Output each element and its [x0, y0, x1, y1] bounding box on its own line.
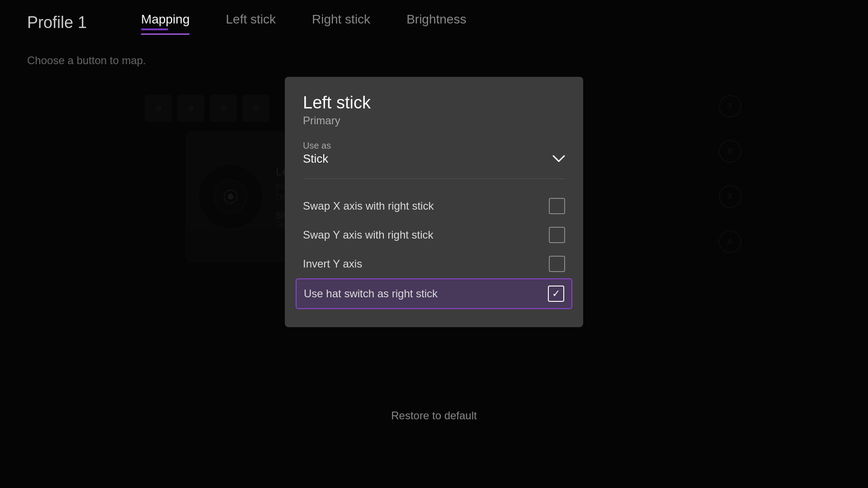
active-tab-indicator [141, 28, 168, 30]
use-as-section: Use as Stick [303, 141, 565, 166]
use-as-value: Stick [303, 152, 328, 166]
hat-switch-checkbox[interactable]: ✓ [548, 286, 564, 302]
swap-y-label: Swap Y axis with right stick [303, 229, 434, 241]
swap-y-checkbox[interactable] [549, 227, 565, 243]
swap-x-label: Swap X axis with right stick [303, 200, 434, 212]
nav-tabs: Mapping Left stick Right stick Brightnes… [141, 12, 466, 33]
swap-x-checkbox[interactable] [549, 198, 565, 214]
profile-title: Profile 1 [27, 13, 87, 32]
use-as-dropdown[interactable]: Stick [303, 152, 565, 166]
checkbox-hat-switch[interactable]: Use hat switch as right stick ✓ [296, 278, 572, 309]
checkmark-icon: ✓ [552, 289, 560, 299]
tab-left-stick[interactable]: Left stick [226, 12, 275, 33]
modal-title: Left stick [303, 93, 565, 113]
invert-y-checkbox[interactable] [549, 256, 565, 272]
left-stick-modal: Left stick Primary Use as Stick Swap X a… [285, 77, 583, 327]
restore-section: Restore to default [373, 402, 495, 429]
tab-mapping[interactable]: Mapping [141, 12, 189, 33]
divider-1 [303, 178, 565, 179]
chevron-down-icon [552, 155, 565, 163]
page-subtitle: Choose a button to map. [27, 54, 146, 67]
tab-brightness[interactable]: Brightness [406, 12, 466, 33]
checkbox-swap-x[interactable]: Swap X axis with right stick [303, 192, 565, 221]
checkbox-swap-y[interactable]: Swap Y axis with right stick [303, 221, 565, 249]
tab-right-stick[interactable]: Right stick [312, 12, 370, 33]
restore-default-button[interactable]: Restore to default [373, 402, 495, 429]
top-navigation: Profile 1 Mapping Left stick Right stick… [0, 0, 868, 45]
use-as-label: Use as [303, 141, 565, 151]
hat-switch-label: Use hat switch as right stick [304, 287, 438, 300]
checkbox-invert-y[interactable]: Invert Y axis [303, 249, 565, 278]
modal-subtitle: Primary [303, 114, 565, 127]
invert-y-label: Invert Y axis [303, 258, 362, 270]
